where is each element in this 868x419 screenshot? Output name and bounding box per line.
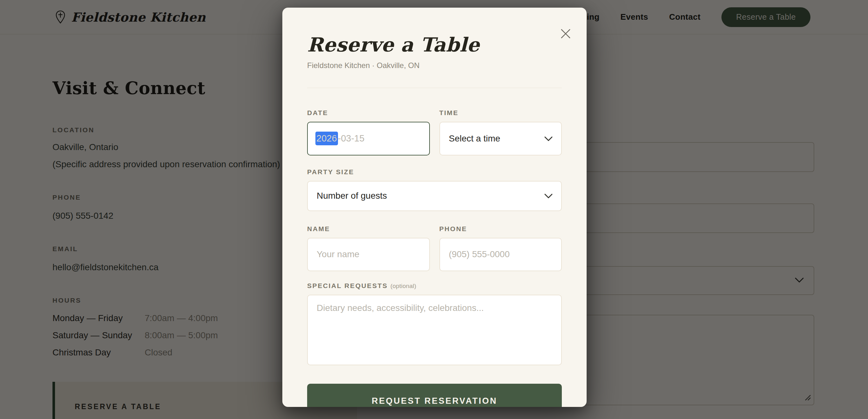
- chevron-down-icon: [544, 191, 553, 201]
- name-phone-row: NAME PHONE: [307, 225, 562, 271]
- special-requests-label: SPECIAL REQUESTS (optional): [307, 282, 562, 290]
- party-size-group: PARTY SIZE Number of guests: [307, 168, 562, 211]
- date-rest-segment[interactable]: -03-15: [338, 133, 365, 144]
- close-button[interactable]: [559, 27, 572, 41]
- date-field-group: DATE 2026-03-15: [307, 109, 430, 156]
- time-select-value: Select a time: [449, 133, 500, 144]
- reserve-table-modal: Reserve a Table Fieldstone Kitchen · Oak…: [282, 8, 587, 407]
- close-icon: [560, 28, 571, 39]
- request-reservation-button[interactable]: REQUEST RESERVATION: [307, 384, 562, 407]
- optional-suffix: (optional): [391, 283, 416, 289]
- phone-field-group: PHONE: [439, 225, 562, 271]
- name-label: NAME: [307, 225, 430, 233]
- special-requests-group: SPECIAL REQUESTS (optional): [307, 282, 562, 365]
- date-time-row: DATE 2026-03-15 TIME Select a time: [307, 109, 562, 156]
- modal-title: Reserve a Table: [307, 34, 562, 55]
- modal-subtitle: Fieldstone Kitchen · Oakville, ON: [307, 61, 562, 70]
- phone-input[interactable]: [439, 238, 562, 271]
- special-requests-textarea[interactable]: [307, 295, 562, 365]
- name-field-group: NAME: [307, 225, 430, 271]
- party-size-value: Number of guests: [317, 191, 387, 201]
- party-size-label: PARTY SIZE: [307, 168, 562, 176]
- time-label: TIME: [439, 109, 562, 117]
- party-size-select[interactable]: Number of guests: [307, 181, 562, 211]
- time-select[interactable]: Select a time: [439, 122, 562, 156]
- phone-label: PHONE: [439, 225, 562, 233]
- name-input[interactable]: [307, 238, 430, 271]
- chevron-down-icon: [544, 133, 553, 144]
- time-field-group: TIME Select a time: [439, 109, 562, 156]
- date-label: DATE: [307, 109, 430, 117]
- date-input[interactable]: 2026-03-15: [307, 122, 430, 156]
- date-year-segment-selected[interactable]: 2026: [315, 132, 338, 145]
